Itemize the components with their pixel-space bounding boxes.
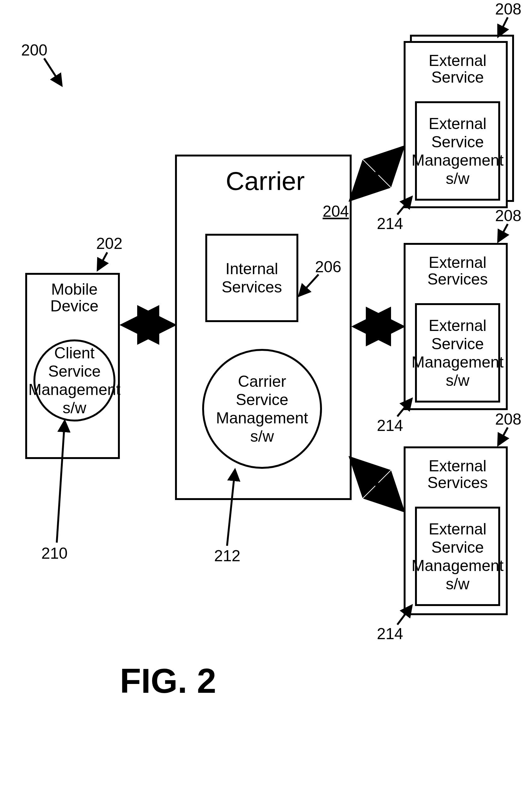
diagram-canvas: Mobile Device Client Service Management … [0,0,532,795]
ptr-208-a [498,17,508,36]
ref-206: 206 [315,258,341,276]
conn-carrier-ext-c [353,461,400,508]
client-sw-label: Client Service Management s/w [35,341,114,420]
internal-services-label: Internal Services [207,236,297,320]
carrier-title: Carrier [177,167,354,195]
ref-214-b: 214 [377,417,403,435]
ext-sw-a-box: External Service Management s/w [415,101,500,201]
ref-212: 212 [214,547,240,565]
ref-204-inline: 204 [323,202,349,221]
ref-208-c: 208 [495,410,521,428]
conn-carrier-ext-a [353,150,400,197]
carrier-sw-label: Carrier Service Management s/w [204,351,320,467]
carrier-sw-circle: Carrier Service Management s/w [202,349,322,469]
ext-sw-c-label: External Service Management s/w [417,509,498,604]
carrier-box: Carrier 204 Internal Services Carrier Se… [175,154,352,500]
ref-214-c: 214 [377,625,403,643]
ref-202: 202 [96,235,122,253]
ext-sw-c-box: External Service Management s/w [415,507,500,606]
internal-services-box: Internal Services [205,234,298,322]
client-sw-circle: Client Service Management s/w [34,339,115,422]
ext-service-b-title: External Services [405,254,510,288]
ext-service-a-box: External Service External Service Manage… [404,41,508,208]
ptr-202 [98,252,107,270]
ext-sw-b-label: External Service Management s/w [417,305,498,401]
figure-label: FIG. 2 [120,663,216,699]
ref-214-a: 214 [377,215,403,233]
ref-208-b: 208 [495,207,521,225]
ref-200: 200 [21,41,47,59]
ext-service-c-box: External Services External Service Manag… [404,446,508,615]
mobile-device-box: Mobile Device Client Service Management … [25,273,120,459]
ext-service-a-title: External Service [405,52,510,86]
ref-210: 210 [41,544,68,562]
ptr-200 [44,58,61,85]
ref-208-a: 208 [495,0,521,18]
ptr-208-b [498,224,508,241]
ext-service-c-title: External Services [405,458,510,491]
ext-service-b-box: External Services External Service Manag… [404,243,508,410]
ext-sw-b-box: External Service Management s/w [415,303,500,403]
ext-sw-a-label: External Service Management s/w [417,103,498,199]
ptr-208-c [498,427,508,445]
mobile-device-title: Mobile Device [27,281,122,314]
